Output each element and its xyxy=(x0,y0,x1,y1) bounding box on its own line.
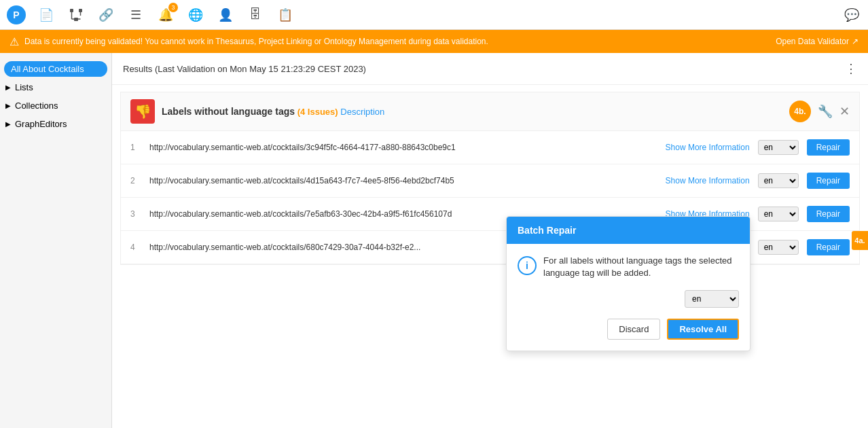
table-row: 1 http://vocabulary.semantic-web.at/cock… xyxy=(121,131,859,164)
sidebar-item-collections[interactable]: ▶ Collections xyxy=(0,96,111,115)
warning-banner: ⚠ Data is currently being validated! You… xyxy=(0,30,868,53)
table-row: 2 http://vocabulary.semantic-web.at/cock… xyxy=(121,164,859,198)
chat-icon[interactable]: 💬 xyxy=(842,5,861,24)
person-icon[interactable]: 👤 xyxy=(216,5,235,24)
show-more-link[interactable]: Show More Information xyxy=(666,143,750,152)
warning-icon: ⚠ xyxy=(10,35,19,48)
sidebar-item-grapheditors-label: GraphEditors xyxy=(15,119,67,129)
sidebar-item-lists-label: Lists xyxy=(15,82,33,92)
warning-text: Data is currently being validated! You c… xyxy=(24,37,488,46)
row-number: 4 xyxy=(130,243,141,252)
list-icon[interactable]: ☰ xyxy=(126,5,145,24)
batch-info-row: i For all labels without language tags t… xyxy=(518,255,739,279)
logo-icon[interactable]: P xyxy=(7,5,26,24)
side-indicator-4a: 4a. xyxy=(852,231,868,250)
badge-4b: 4b. xyxy=(789,101,811,122)
lang-select[interactable]: endefr xyxy=(758,140,799,155)
lang-select[interactable]: endefr xyxy=(758,173,799,188)
svg-rect-1 xyxy=(79,9,82,12)
show-more-link[interactable]: Show More Information xyxy=(666,176,750,185)
batch-lang-row: endefres xyxy=(518,290,739,308)
issue-title: Labels without language tags xyxy=(162,106,295,117)
issue-title-block: Labels without language tags (4 Issues) … xyxy=(162,106,384,117)
row-url: http://vocabulary.semantic-web.at/cockta… xyxy=(149,243,446,252)
repair-button[interactable]: Repair xyxy=(807,206,850,222)
arrow-icon-lists: ▶ xyxy=(5,84,11,91)
repair-button[interactable]: Repair xyxy=(807,239,850,255)
wrench-icon[interactable]: 🔧 xyxy=(818,104,833,119)
database-icon[interactable]: 🗄 xyxy=(246,5,265,24)
repair-button[interactable]: Repair xyxy=(807,139,850,156)
branch-icon[interactable] xyxy=(67,5,86,24)
batch-info-text: For all labels without language tags the… xyxy=(543,255,739,279)
toolbar-right: 💬 xyxy=(842,5,861,24)
results-header: Results (Last Validation on Mon May 15 2… xyxy=(112,53,868,85)
discard-button[interactable]: Discard xyxy=(607,319,660,340)
issue-description-link[interactable]: Description xyxy=(340,107,384,117)
close-issue-icon[interactable]: ✕ xyxy=(839,104,850,119)
batch-repair-dialog: Batch Repair i For all labels without la… xyxy=(506,216,751,351)
arrow-icon-grapheditors: ▶ xyxy=(5,120,11,128)
content-area: Results (Last Validation on Mon May 15 2… xyxy=(112,53,868,428)
batch-repair-title: Batch Repair xyxy=(507,217,750,244)
repair-button[interactable]: Repair xyxy=(807,173,850,189)
sidebar-item-cocktails-label: All About Cocktails xyxy=(11,64,84,74)
sidebar-item-grapheditors[interactable]: ▶ GraphEditors xyxy=(0,115,111,133)
row-url: http://vocabulary.semantic-web.at/cockta… xyxy=(149,143,657,152)
hierarchy-icon[interactable]: 🌐 xyxy=(186,5,205,24)
row-number: 2 xyxy=(130,176,141,185)
resolve-all-button[interactable]: Resolve All xyxy=(667,319,739,340)
batch-lang-select[interactable]: endefres xyxy=(685,290,739,308)
batch-repair-body: i For all labels without language tags t… xyxy=(507,244,750,351)
main-layout: All About Cocktails ▶ Lists ▶ Collection… xyxy=(0,53,868,428)
issue-thumb-icon: 👎 xyxy=(130,99,155,124)
issue-actions: 4b. 🔧 ✕ xyxy=(789,101,850,122)
external-link-icon: ↗ xyxy=(852,37,858,46)
row-number: 3 xyxy=(130,209,141,219)
notification-badge: 3 xyxy=(168,3,178,12)
issue-header: 👎 Labels without language tags (4 Issues… xyxy=(121,92,859,131)
svg-rect-0 xyxy=(70,9,73,12)
open-validator-button[interactable]: Open Data Validator ↗ xyxy=(776,37,858,46)
sidebar-item-cocktails[interactable]: All About Cocktails xyxy=(4,61,107,77)
batch-actions: Discard Resolve All xyxy=(518,319,739,340)
table-icon[interactable]: 📋 xyxy=(276,5,295,24)
sidebar: All About Cocktails ▶ Lists ▶ Collection… xyxy=(0,53,112,428)
row-number: 1 xyxy=(130,143,141,152)
sidebar-item-collections-label: Collections xyxy=(15,101,58,111)
toolbar: P 📄 🔗 ☰ 🔔 3 🌐 👤 🗄 📋 💬 xyxy=(0,0,868,30)
arrow-icon-collections: ▶ xyxy=(5,102,11,109)
link-icon[interactable]: 🔗 xyxy=(96,5,115,24)
issue-count-label: (4 Issues) xyxy=(297,107,338,117)
results-title: Results (Last Validation on Mon May 15 2… xyxy=(123,64,366,74)
document-icon[interactable]: 📄 xyxy=(37,5,56,24)
info-circle-icon: i xyxy=(518,256,537,275)
lang-select[interactable]: endefr xyxy=(758,207,799,221)
row-url: http://vocabulary.semantic-web.at/cockta… xyxy=(149,176,657,185)
lang-select[interactable]: endefr xyxy=(758,240,799,255)
bell-icon[interactable]: 🔔 3 xyxy=(156,5,175,24)
sidebar-item-lists[interactable]: ▶ Lists xyxy=(0,78,111,96)
results-menu-icon[interactable]: ⋮ xyxy=(845,61,857,76)
